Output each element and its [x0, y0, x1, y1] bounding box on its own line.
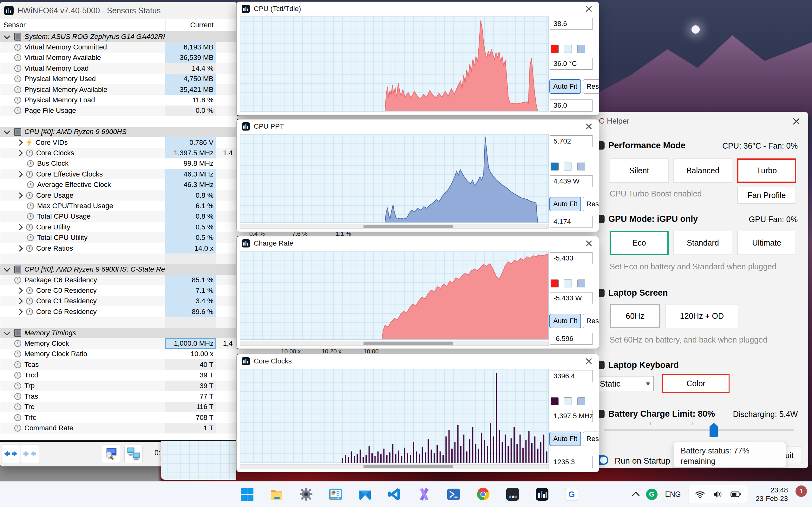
sensor-value[interactable]: [165, 116, 216, 126]
sensor-row[interactable]: Memory Clock Ratio10.00 x: [0, 349, 237, 359]
sensor-row[interactable]: Total CPU Utility0.5 %: [0, 232, 237, 243]
sensor-row[interactable]: Trp39 T: [0, 381, 237, 391]
sensor-value[interactable]: 10.00 x: [165, 349, 216, 359]
sensor-row[interactable]: Physical Memory Used4,750 MB: [0, 74, 237, 84]
sensor-value[interactable]: [165, 253, 216, 264]
sensor-value[interactable]: 36,539 MB: [165, 53, 216, 63]
sensor-row[interactable]: Core VIDs0.786 V: [0, 137, 237, 148]
sensor-row[interactable]: Physical Memory Load11.8 %: [0, 95, 237, 105]
clock[interactable]: 23:48 23-Feb-23: [756, 486, 788, 503]
sensor-row[interactable]: Virtual Memory Committed6,193 MB: [0, 42, 237, 52]
taskbar-darkapp-icon[interactable]: [498, 482, 527, 507]
sensor-value[interactable]: 14.0 x: [165, 243, 216, 253]
grid-color-swatch[interactable]: [577, 279, 585, 287]
sensor-group-row[interactable]: System: ASUS ROG Zephyrus G14 GA402RK_..…: [0, 32, 237, 42]
auto-fit-button[interactable]: Auto Fit: [549, 197, 581, 211]
close-icon[interactable]: [583, 4, 594, 14]
taskbar-vscode-icon[interactable]: [380, 482, 409, 507]
close-icon[interactable]: [583, 356, 594, 366]
chevron-down-icon[interactable]: [4, 266, 10, 272]
graph-titlebar[interactable]: CPU PPT: [237, 119, 599, 133]
chevron-right-icon[interactable]: [16, 150, 23, 156]
sensor-value[interactable]: [165, 317, 216, 328]
keyboard-color-button[interactable]: Color: [662, 374, 729, 393]
column-sensor[interactable]: Sensor: [0, 19, 165, 31]
sensor-value[interactable]: 0.786 V: [165, 137, 216, 148]
sensor-value[interactable]: [165, 127, 216, 137]
sensor-value[interactable]: 89.6 %: [165, 306, 216, 317]
sensor-value[interactable]: 1,000.0 MHz: [165, 338, 216, 349]
scrollbar-thumb[interactable]: [363, 465, 453, 468]
sensor-row[interactable]: Core Usage0.8 %: [0, 190, 237, 201]
quick-settings[interactable]: [688, 485, 748, 504]
sensor-row[interactable]: Trfc708 T: [0, 412, 237, 423]
grid-color-swatch[interactable]: [577, 45, 585, 53]
sensor-value[interactable]: 40 T: [165, 359, 216, 370]
grid-color-swatch[interactable]: [577, 163, 585, 170]
sensor-value[interactable]: 46.3 MHz: [165, 179, 216, 190]
grammarly-tray-icon[interactable]: G: [646, 489, 658, 500]
background-color-swatch[interactable]: [564, 45, 572, 53]
taskbar-settings-icon[interactable]: [291, 482, 321, 507]
sensor-row[interactable]: Core C0 Residency7.1 %: [0, 285, 237, 296]
taskbar-visualstudio-icon[interactable]: [409, 482, 439, 507]
taskbar-chrome-icon[interactable]: [468, 482, 498, 507]
sensor-value[interactable]: 11.8 %: [165, 95, 216, 105]
horizontal-scrollbar[interactable]: [240, 464, 549, 469]
background-color-swatch[interactable]: [564, 279, 572, 287]
collapse-columns-button[interactable]: [20, 445, 39, 463]
taskbar-gapp-icon[interactable]: G: [557, 482, 586, 507]
start-button[interactable]: [232, 482, 262, 507]
sensor-value[interactable]: 6,193 MB: [165, 42, 216, 52]
sensor-value[interactable]: 1,397.5 MHz: [165, 148, 216, 158]
sensor-row[interactable]: Core Ratios14.0 x: [0, 243, 237, 253]
sensor-value[interactable]: 39 T: [165, 381, 216, 391]
sensor-value[interactable]: 0.8 %: [165, 190, 216, 201]
sensor-value[interactable]: 35,421 MB: [165, 84, 216, 95]
standard-gpu-button[interactable]: Standard: [673, 231, 732, 255]
sensor-row[interactable]: Memory Clock1,000.0 MHz1,4: [0, 338, 237, 349]
series-color-swatch[interactable]: [551, 397, 559, 405]
sensor-value[interactable]: 99.8 MHz: [165, 158, 216, 169]
chevron-right-icon[interactable]: [16, 287, 23, 294]
taskbar-mail-icon[interactable]: [350, 482, 380, 507]
120hz-od-button[interactable]: 120Hz + OD: [665, 304, 739, 328]
grid-color-swatch[interactable]: [577, 397, 585, 405]
sensor-value[interactable]: 0.0 %: [165, 106, 216, 116]
sensor-row[interactable]: Total CPU Usage0.8 %: [0, 211, 237, 222]
sensor-row[interactable]: Max CPU/Thread Usage6.1 %: [0, 201, 237, 211]
chevron-down-icon[interactable]: [4, 329, 10, 336]
sensor-value[interactable]: 46.3 MHz: [165, 169, 216, 179]
fan-profile-button[interactable]: Fan Profile: [737, 187, 796, 204]
series-color-swatch[interactable]: [551, 279, 559, 287]
sensor-value[interactable]: 0.5 %: [165, 232, 216, 243]
sensor-group-row[interactable]: Memory Timings: [0, 328, 237, 338]
sensor-row[interactable]: Bus Clock99.8 MHz: [0, 158, 237, 169]
auto-fit-button[interactable]: Auto Fit: [549, 79, 581, 94]
chevron-right-icon[interactable]: [16, 192, 23, 199]
battery-limit-slider[interactable]: [604, 429, 794, 431]
ultimate-gpu-button[interactable]: Ultimate: [737, 231, 796, 255]
graph-titlebar[interactable]: Charge Rate: [237, 236, 599, 250]
reset-button[interactable]: Reset: [583, 79, 599, 94]
horizontal-scrollbar[interactable]: [240, 341, 549, 346]
sensor-group-row[interactable]: CPU [#0]: AMD Ryzen 9 6900HS: C-State Re…: [0, 264, 237, 275]
sensor-value[interactable]: [165, 328, 216, 338]
auto-fit-button[interactable]: Auto Fit: [549, 432, 581, 446]
sensor-row[interactable]: Core Effective Clocks46.3 MHz: [0, 169, 237, 179]
tray-overflow-chevron-icon[interactable]: [632, 492, 640, 499]
sensor-row[interactable]: Core C6 Residency89.6 %: [0, 306, 237, 317]
graph-titlebar[interactable]: Core Clocks: [237, 354, 599, 368]
background-color-swatch[interactable]: [564, 163, 572, 170]
reset-button[interactable]: Reset: [583, 432, 599, 446]
series-color-swatch[interactable]: [551, 45, 559, 53]
sensor-value[interactable]: 14.4 %: [165, 63, 216, 73]
silent-mode-button[interactable]: Silent: [610, 158, 669, 183]
series-color-swatch[interactable]: [551, 163, 559, 170]
sensor-row[interactable]: Tcas40 T: [0, 359, 237, 370]
sensor-value[interactable]: 708 T: [165, 412, 216, 423]
sensor-value[interactable]: 3.4 %: [165, 296, 216, 306]
taskbar-explorer-icon[interactable]: [262, 482, 291, 507]
sensor-row[interactable]: Tras77 T: [0, 391, 237, 401]
screen-inspect-button[interactable]: [102, 445, 120, 463]
